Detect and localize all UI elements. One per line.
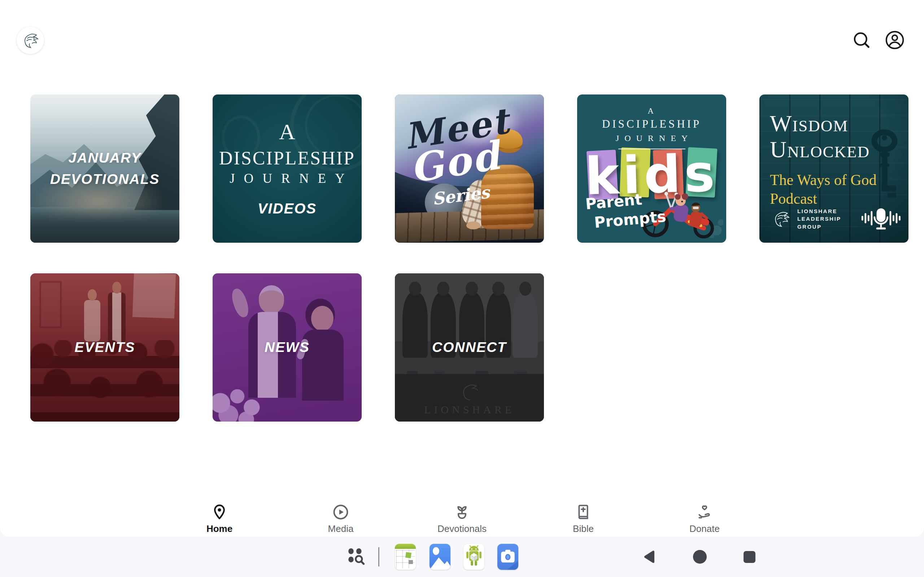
card-subtitle: The Ways of God Podcast bbox=[770, 171, 885, 208]
card-january-devotionals[interactable]: JANUARY DEVOTIONALS bbox=[30, 95, 179, 243]
recents-square-icon bbox=[743, 551, 756, 563]
card-events[interactable]: EVENTS bbox=[30, 273, 179, 422]
account-icon bbox=[885, 30, 905, 50]
card-news[interactable]: NEWS bbox=[213, 273, 362, 422]
lion-line-art-icon bbox=[770, 209, 792, 229]
account-button[interactable] bbox=[884, 29, 905, 50]
android-taskbar bbox=[0, 537, 924, 577]
calendar-app-icon bbox=[395, 544, 416, 570]
android-app-shortcut[interactable] bbox=[464, 544, 485, 570]
nav-item-bible[interactable]: Bible bbox=[523, 501, 644, 537]
search-button[interactable] bbox=[851, 29, 872, 50]
taskbar-divider bbox=[378, 547, 380, 567]
card-title: NEWS bbox=[213, 273, 362, 422]
podcast-microphone-icon bbox=[861, 207, 901, 231]
sprout-pot-icon bbox=[453, 503, 471, 521]
card-caption: Parent Prompts bbox=[585, 188, 667, 233]
calendar-app-shortcut[interactable] bbox=[395, 544, 416, 570]
card-title: EVENTS bbox=[30, 273, 179, 422]
bible-icon bbox=[575, 503, 592, 521]
camera-app-icon bbox=[498, 544, 518, 570]
header-actions bbox=[851, 29, 905, 50]
gallery-app-shortcut[interactable] bbox=[430, 544, 451, 570]
android-app-icon bbox=[464, 544, 485, 570]
back-button[interactable] bbox=[643, 549, 657, 566]
card-grid: JANUARY DEVOTIONALS A DISCIPLESHIP JOURN… bbox=[30, 95, 908, 422]
home-button[interactable] bbox=[693, 550, 707, 564]
home-circle-icon bbox=[693, 550, 707, 564]
app-drawer-search-icon bbox=[346, 546, 367, 567]
nav-item-devotionals[interactable]: Devotionals bbox=[401, 501, 523, 537]
map-pin-icon bbox=[211, 503, 228, 521]
card-title: Meet God Series bbox=[404, 108, 510, 204]
app-window: JANUARY DEVOTIONALS A DISCIPLESHIP JOURN… bbox=[0, 0, 924, 537]
card-wisdom-unlocked[interactable]: WisdomUnlocked The Ways of God Podcast bbox=[759, 95, 908, 243]
card-header-text: A DISCIPLESHIP JOURNEY bbox=[577, 105, 726, 150]
play-circle-icon bbox=[332, 503, 349, 521]
card-meet-god-series[interactable]: Meet God Series bbox=[395, 95, 544, 243]
lion-line-art-icon bbox=[21, 31, 40, 50]
search-icon bbox=[852, 30, 871, 50]
card-discipleship-videos[interactable]: A DISCIPLESHIP JOURNEY VIDEOS bbox=[213, 95, 362, 243]
card-kids-parent-prompts[interactable]: A DISCIPLESHIP JOURNEY kids Parent Promp… bbox=[577, 95, 726, 243]
lionshare-brand: LIONSHARE LEADERSHIP GROUP bbox=[770, 207, 842, 231]
hand-heart-icon bbox=[696, 503, 713, 521]
nav-item-donate[interactable]: Donate bbox=[644, 501, 765, 537]
card-title: A DISCIPLESHIP JOURNEY VIDEOS bbox=[213, 95, 362, 243]
nav-item-home[interactable]: Home bbox=[159, 501, 280, 537]
card-title: WisdomUnlocked The Ways of God Podcast bbox=[770, 111, 885, 208]
camera-app-shortcut[interactable] bbox=[498, 544, 518, 570]
card-title: CONNECT bbox=[395, 273, 544, 422]
gallery-app-icon bbox=[430, 544, 451, 570]
app-logo bbox=[16, 27, 44, 54]
back-triangle-icon bbox=[643, 549, 657, 564]
bottom-navigation: Home Media Devotionals bbox=[0, 501, 924, 537]
card-connect[interactable]: LIONSHARE CONNECT bbox=[395, 273, 544, 422]
app-drawer-search-button[interactable] bbox=[346, 546, 367, 568]
recents-button[interactable] bbox=[743, 551, 756, 563]
nav-item-media[interactable]: Media bbox=[280, 501, 401, 537]
card-title: JANUARY DEVOTIONALS bbox=[30, 95, 179, 243]
